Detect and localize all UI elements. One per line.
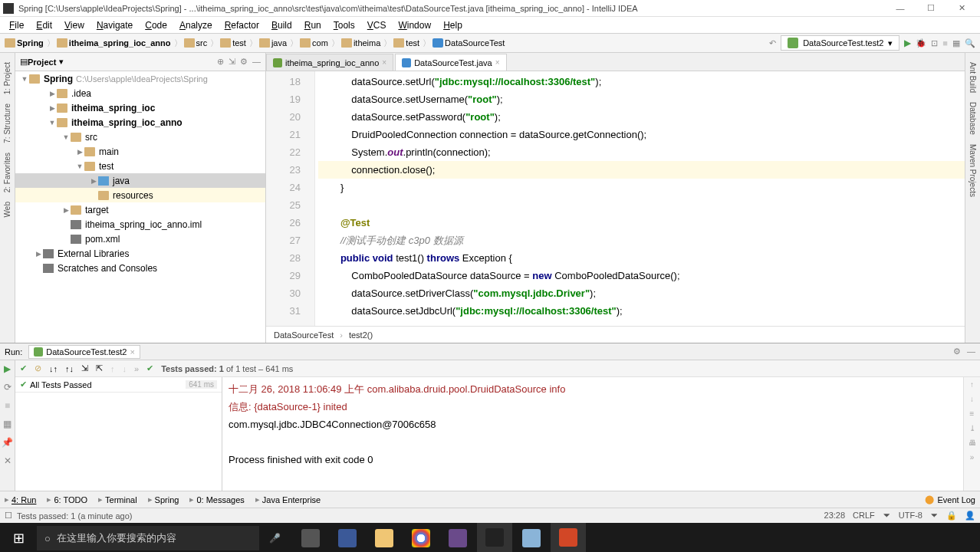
bottom-tab-4-run[interactable]: ▸4: Run — [5, 495, 36, 504]
crumb-method[interactable]: test2() — [349, 330, 373, 340]
tab-1-project[interactable]: 1: Project — [3, 62, 12, 94]
menu-analyze[interactable]: Analyze — [173, 18, 219, 32]
menu-vcs[interactable]: VCS — [361, 18, 393, 32]
tree-item[interactable]: ▶itheima_spring_ioc — [15, 100, 265, 115]
menu-refactor[interactable]: Refactor — [219, 18, 265, 32]
bottom-tab-spring[interactable]: ▸Spring — [148, 495, 179, 504]
stop-icon[interactable]: ■ — [5, 400, 10, 411]
scroll-icon[interactable]: ⤓ — [969, 424, 975, 432]
status-eol[interactable]: CRLF — [853, 511, 875, 521]
layout-icon[interactable]: ▦ — [952, 38, 960, 48]
taskbar-search[interactable]: ○ 在这里输入你要搜索的内容 — [37, 526, 259, 550]
failed-icon[interactable]: ⊘ — [35, 363, 41, 373]
tree-item[interactable]: ▶target — [15, 202, 265, 217]
settings-icon[interactable]: ⚙ — [953, 347, 961, 356]
breadcrumb[interactable]: Spring〉itheima_spring_ioc_anno〉src〉test〉… — [5, 38, 506, 49]
chrome-icon[interactable] — [403, 523, 439, 552]
run-config-selector[interactable]: DataSourceTest.test2 ▾ — [781, 35, 899, 51]
menu-run[interactable]: Run — [298, 18, 327, 32]
sort-icon[interactable]: ↓↑ — [49, 364, 58, 373]
editor-tab[interactable]: itheima_spring_ioc_anno× — [266, 54, 393, 71]
passed-icon[interactable]: ✔ — [20, 363, 27, 373]
crumb-class[interactable]: DataSourceTest — [274, 330, 334, 340]
tree-item[interactable]: ▶.idea — [15, 86, 265, 100]
bottom-tab-java-enterprise[interactable]: ▸Java Enterprise — [255, 495, 321, 504]
tree-item[interactable]: pom.xml — [15, 232, 265, 246]
search-icon[interactable]: 🔍 — [965, 38, 975, 48]
menu-help[interactable]: Help — [437, 18, 469, 32]
menu-navigate[interactable]: Navigate — [90, 18, 139, 32]
code-editor[interactable]: 1819202122232425262728293031 dataSource.… — [266, 71, 980, 326]
bottom-tab-6-todo[interactable]: ▸6: TODO — [47, 495, 87, 504]
collapse-icon[interactable]: ⇱ — [96, 363, 103, 373]
inspector-icon[interactable]: 👤 — [965, 511, 975, 521]
stop-button[interactable]: ■ — [942, 38, 948, 48]
maximize-button[interactable]: ☐ — [916, 3, 946, 13]
status-icon[interactable]: ☐ — [5, 511, 12, 521]
tree-item[interactable]: resources — [15, 188, 265, 202]
app-icon-2[interactable] — [440, 523, 475, 552]
project-tree[interactable]: ▼SpringC:\Users\apple\IdeaProjects\Sprin… — [15, 71, 265, 343]
console-output[interactable]: 十二月 26, 2018 11:06:49 上午 com.alibaba.dru… — [222, 377, 963, 491]
explorer-icon[interactable] — [367, 523, 402, 552]
event-log-button[interactable]: ⬤Event Log — [925, 495, 975, 504]
minimize-button[interactable]: — — [885, 4, 916, 13]
menu-window[interactable]: Window — [392, 18, 437, 32]
wrap-icon[interactable]: ≡ — [970, 409, 975, 418]
bottom-tab-terminal[interactable]: ▸Terminal — [98, 495, 137, 504]
status-encoding[interactable]: UTF-8 — [899, 511, 922, 521]
layout-icon[interactable]: ▦ — [3, 419, 12, 429]
more-icon[interactable]: » — [970, 453, 975, 462]
rerun-button[interactable]: ▶ — [4, 363, 11, 374]
debug-button[interactable]: 🐞 — [916, 38, 926, 48]
tree-item[interactable]: ▶External Libraries — [15, 246, 265, 261]
pin-icon[interactable]: 📌 — [2, 437, 13, 448]
settings-icon[interactable]: ⚙ — [240, 57, 248, 67]
run-button[interactable]: ▶ — [904, 38, 911, 48]
tab-web[interactable]: Web — [3, 202, 12, 217]
tree-item[interactable]: itheima_spring_ioc_anno.iml — [15, 217, 265, 232]
menu-view[interactable]: View — [58, 18, 90, 32]
start-button[interactable]: ⊞ — [0, 530, 37, 547]
lock-icon[interactable]: 🔒 — [946, 511, 957, 521]
tab-ant-build[interactable]: Ant Build — [968, 62, 977, 93]
close-button[interactable]: ✕ — [946, 3, 977, 13]
test-result-row[interactable]: ✔ All Tests Passed 641 ms — [15, 377, 222, 393]
expand-icon[interactable]: ⇲ — [81, 363, 88, 373]
app-icon-1[interactable] — [330, 523, 365, 552]
run-tab[interactable]: DataSourceTest.test2 × — [28, 345, 140, 359]
coverage-button[interactable]: ⊡ — [931, 38, 938, 48]
print-icon[interactable]: 🖶 — [968, 439, 976, 447]
intellij-icon[interactable] — [477, 523, 512, 552]
collapse-all-icon[interactable]: ⇲ — [229, 57, 235, 67]
scroll-from-source-icon[interactable]: ⊕ — [217, 57, 224, 67]
menu-file[interactable]: File — [3, 18, 30, 32]
paint-icon[interactable] — [514, 523, 549, 552]
tree-item[interactable]: ▼test — [15, 159, 265, 173]
tree-item[interactable]: ▼src — [15, 130, 265, 144]
bottom-tab-0-messages[interactable]: ▸0: Messages — [189, 495, 244, 504]
close-icon[interactable]: × — [495, 58, 500, 67]
menu-tools[interactable]: Tools — [327, 18, 361, 32]
mic-icon[interactable]: 🎤 — [259, 533, 290, 544]
up-arrow-icon[interactable]: ↑ — [970, 380, 974, 389]
menu-build[interactable]: Build — [265, 18, 298, 32]
tab-maven-projects[interactable]: Maven Projects — [968, 144, 977, 197]
menu-code[interactable]: Code — [139, 18, 173, 32]
more-icon[interactable]: » — [134, 364, 139, 373]
editor-tab[interactable]: DataSourceTest.java× — [395, 54, 506, 71]
task-view-icon[interactable] — [293, 523, 328, 552]
sort2-icon[interactable]: ↑↓ — [65, 364, 74, 373]
tab-2-favorites[interactable]: 2: Favorites — [3, 153, 12, 192]
close-icon[interactable]: × — [382, 58, 386, 67]
hide-icon[interactable]: — — [967, 347, 975, 356]
down-icon[interactable]: ↓ — [123, 364, 127, 373]
powerpoint-icon[interactable] — [551, 523, 586, 552]
tree-item[interactable]: ▼itheima_spring_ioc_anno — [15, 115, 265, 130]
up-icon[interactable]: ↑ — [110, 364, 115, 373]
close-icon[interactable]: × — [130, 347, 134, 356]
back-icon[interactable]: ↶ — [769, 38, 776, 48]
project-view-icon[interactable]: ▤ — [20, 57, 28, 67]
close-icon[interactable]: ✕ — [4, 455, 12, 466]
toggle-icon[interactable]: ⟳ — [4, 382, 12, 393]
